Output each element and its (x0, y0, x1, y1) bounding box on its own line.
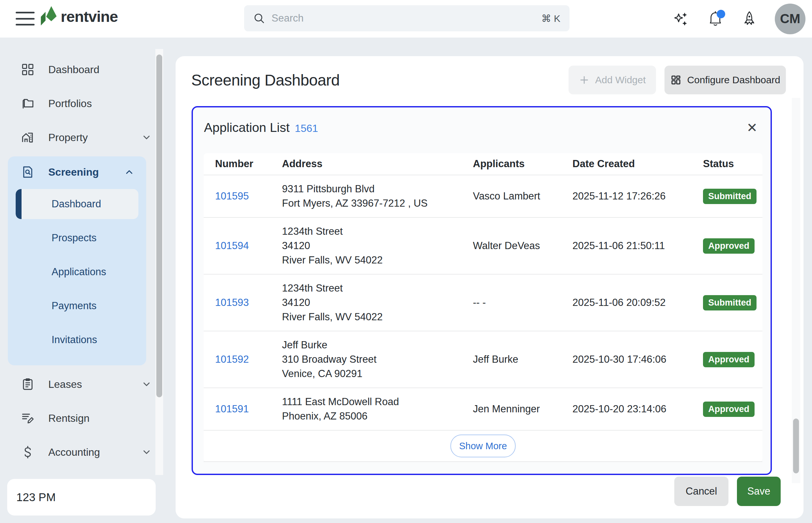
cancel-button[interactable]: Cancel (674, 476, 728, 506)
main-scrollbar-thumb[interactable] (793, 418, 799, 473)
application-number-link[interactable]: 101592 (215, 354, 249, 365)
rentvine-leaf-icon (39, 4, 57, 28)
plus-icon (579, 74, 590, 86)
rentvine-logo: rentvine (39, 4, 118, 28)
logo-text: rentvine (61, 7, 118, 25)
sidebar-item-screening-dashboard[interactable]: Dashboard (16, 189, 139, 219)
address-cell: 9311 Pittsburgh BlvdFort Myers, AZ 33967… (282, 175, 473, 217)
sidebar-item-screening-payments[interactable]: Payments (8, 289, 146, 323)
signature-icon (21, 411, 35, 425)
whats-new-rocket-icon[interactable] (741, 11, 758, 28)
table-row: 101592 Jeff Burke310 Broadway StreetVeni… (204, 331, 762, 388)
applicants-cell: Vasco Lambert (473, 184, 572, 209)
sidebar-item-portfolios[interactable]: Portfolios (0, 87, 165, 121)
address-cell: 1111 East McDowell RoadPhoenix, AZ 85006 (282, 388, 473, 430)
applicants-cell: -- - (473, 290, 572, 315)
column-header-number: Number (215, 158, 282, 170)
house-icon (21, 131, 35, 144)
applicants-cell: Walter DeVeas (473, 233, 572, 258)
chevron-down-icon (141, 379, 152, 390)
add-widget-button[interactable]: Add Widget (569, 66, 656, 94)
date-created-cell: 2025-11-06 20:09:52 (572, 290, 703, 315)
configure-grid-icon (670, 74, 682, 86)
search-placeholder: Search (272, 13, 541, 24)
widget-title: Application List (204, 121, 290, 135)
address-cell: Jeff Burke310 Broadway StreetVenice, CA … (282, 331, 473, 387)
chevron-down-icon (141, 132, 152, 143)
sidebar-item-leases[interactable]: Leases (0, 367, 165, 401)
address-cell: 1234th Street34120River Falls, WV 54022 (282, 274, 473, 331)
application-number-link[interactable]: 101591 (215, 403, 249, 415)
widget-count-badge: 1561 (295, 121, 318, 134)
status-badge: Submitted (703, 295, 757, 310)
status-badge: Approved (703, 352, 755, 367)
avatar[interactable]: CM (775, 4, 806, 34)
applicants-cell: Jen Menninger (473, 397, 572, 421)
applicants-cell: Jeff Burke (473, 347, 572, 372)
application-list-widget[interactable]: Application List 1561 ✕ Number Address A… (191, 106, 772, 475)
sidebar-scrollbar-thumb[interactable] (156, 55, 162, 397)
sidebar-item-screening-applications[interactable]: Applications (8, 255, 146, 289)
search-shortcut: ⌘ K (541, 13, 560, 24)
application-table: Number Address Applicants Date Created S… (204, 153, 762, 462)
dollar-icon (21, 445, 35, 459)
application-number-link[interactable]: 101593 (215, 297, 249, 308)
notifications-bell-icon[interactable] (707, 11, 724, 28)
close-icon[interactable]: ✕ (746, 121, 757, 134)
configure-dashboard-button[interactable]: Configure Dashboard (664, 66, 786, 94)
sidebar-item-rentsign[interactable]: Rentsign (0, 401, 165, 435)
screening-group: Screening Dashboard Prospects Applicatio… (8, 156, 146, 365)
table-row: 101595 9311 Pittsburgh BlvdFort Myers, A… (204, 175, 762, 218)
status-badge: Approved (703, 401, 755, 417)
search-input[interactable]: Search ⌘ K (244, 5, 570, 31)
dashboard-grid-icon (21, 63, 35, 76)
address-cell: 1234th Street34120River Falls, WV 54022 (282, 218, 473, 274)
sidebar-item-property[interactable]: Property (0, 121, 165, 155)
search-icon (253, 13, 265, 24)
folder-icon (21, 97, 35, 110)
chevron-down-icon (141, 447, 152, 457)
sidebar-item-screening[interactable]: Screening (8, 156, 146, 188)
date-created-cell: 2025-10-30 17:46:06 (572, 347, 703, 372)
column-header-applicants: Applicants (473, 158, 572, 170)
application-number-link[interactable]: 101595 (215, 190, 249, 202)
table-row: 101591 1111 East McDowell RoadPhoenix, A… (204, 388, 762, 431)
main-panel: Screening Dashboard Add Widget Configure… (176, 56, 804, 519)
hamburger-menu-icon[interactable] (16, 12, 35, 25)
table-body: 101595 9311 Pittsburgh BlvdFort Myers, A… (204, 175, 762, 431)
screening-doc-search-icon (21, 165, 35, 179)
table-row: 101593 1234th Street34120River Falls, WV… (204, 274, 762, 331)
table-header-row: Number Address Applicants Date Created S… (204, 153, 762, 175)
status-badge: Submitted (703, 189, 757, 204)
save-button[interactable]: Save (737, 476, 781, 506)
notification-dot (717, 10, 725, 18)
date-created-cell: 2025-11-12 17:26:26 (572, 184, 703, 209)
date-created-cell: 2025-11-06 21:50:11 (572, 233, 703, 258)
column-header-date-created: Date Created (572, 158, 703, 170)
active-indicator-bar (16, 189, 21, 219)
application-number-link[interactable]: 101594 (215, 240, 249, 251)
column-header-status: Status (703, 158, 751, 170)
ai-sparkles-icon[interactable] (673, 11, 690, 28)
clipboard-icon (21, 377, 35, 391)
sidebar-item-screening-prospects[interactable]: Prospects (8, 221, 146, 255)
table-row: 101594 1234th Street34120River Falls, WV… (204, 218, 762, 274)
chevron-up-icon (124, 167, 134, 177)
sidebar-item-dashboard[interactable]: Dashboard (0, 53, 165, 87)
top-bar: rentvine Search ⌘ K (0, 0, 812, 38)
show-more-button[interactable]: Show More (450, 434, 516, 457)
page-title: Screening Dashboard (191, 71, 569, 89)
sidebar: Dashboard Portfolios Property Screening (0, 38, 165, 523)
sidebar-clock: 123 PM (7, 479, 156, 516)
sidebar-item-screening-invitations[interactable]: Invitations (8, 323, 146, 357)
status-badge: Approved (703, 238, 755, 254)
sidebar-item-accounting[interactable]: Accounting (0, 435, 165, 469)
date-created-cell: 2025-10-20 23:14:06 (572, 397, 703, 421)
column-header-address: Address (282, 158, 473, 170)
